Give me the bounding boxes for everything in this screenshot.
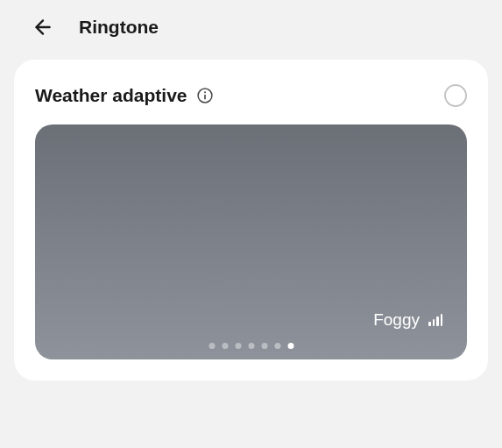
pagination-dots (209, 343, 293, 349)
info-icon[interactable] (196, 87, 214, 104)
card-title-wrap: Weather adaptive (35, 85, 214, 106)
pagination-dot[interactable] (261, 343, 267, 349)
pagination-dot[interactable] (248, 343, 254, 349)
weather-adaptive-card: Weather adaptive Foggy (14, 60, 488, 380)
page-header: Ringtone (0, 0, 502, 60)
page-title: Ringtone (79, 17, 159, 38)
weather-label-wrap: Foggy (373, 310, 442, 330)
weather-label: Foggy (373, 310, 420, 330)
back-icon[interactable] (32, 16, 54, 39)
pagination-dot[interactable] (274, 343, 280, 349)
weather-adaptive-radio[interactable] (444, 84, 467, 107)
pagination-dot[interactable] (209, 343, 215, 349)
card-title: Weather adaptive (35, 85, 187, 106)
pagination-dot[interactable] (287, 343, 293, 349)
pagination-dot[interactable] (222, 343, 228, 349)
weather-preview[interactable]: Foggy (35, 124, 467, 359)
pagination-dot[interactable] (235, 343, 241, 349)
svg-point-1 (204, 91, 206, 93)
signal-icon (428, 314, 442, 326)
svg-rect-2 (204, 95, 206, 100)
card-header: Weather adaptive (35, 84, 467, 107)
